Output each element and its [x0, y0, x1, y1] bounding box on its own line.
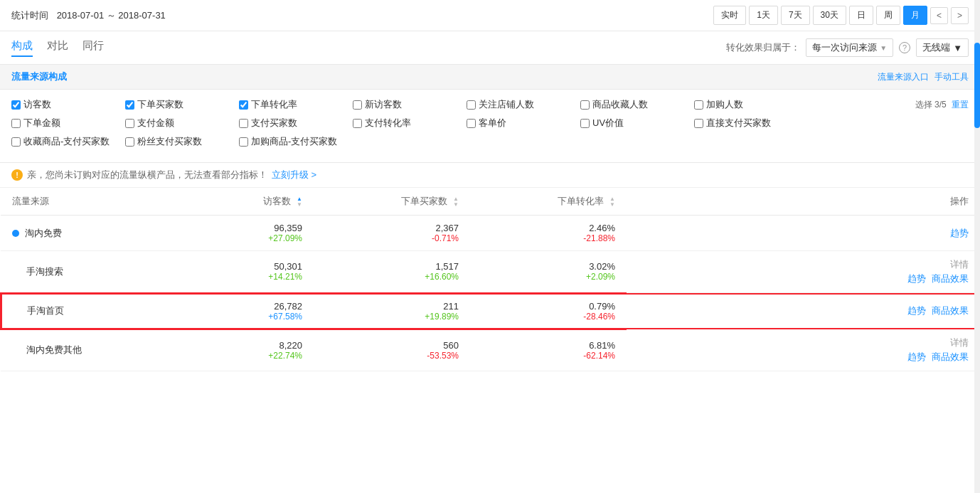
- source-text: 手淘首页: [27, 305, 64, 316]
- nav-prev-button[interactable]: <: [930, 7, 948, 24]
- tab-peer[interactable]: 同行: [82, 39, 104, 57]
- tab-composition[interactable]: 构成: [11, 39, 33, 57]
- metric-followers[interactable]: 关注店铺人数: [467, 98, 580, 111]
- metric-order-amount-checkbox[interactable]: [11, 119, 21, 128]
- btn-day[interactable]: 日: [849, 6, 873, 25]
- metric-visitors-checkbox[interactable]: [11, 100, 21, 110]
- metric-uv-value[interactable]: UV价值: [580, 117, 694, 129]
- metric-pay-rate[interactable]: 支付转化率: [353, 117, 467, 129]
- cell-buyers: 211 +19.89%: [314, 293, 470, 329]
- metric-new-visitors[interactable]: 新访客数: [353, 98, 467, 111]
- metric-fav-pay-checkbox[interactable]: [11, 137, 21, 147]
- source-dot-icon: [12, 230, 19, 237]
- metric-followers-label: 关注店铺人数: [479, 98, 534, 111]
- scrollbar-thumb[interactable]: [974, 43, 980, 128]
- metric-pay-amount[interactable]: 支付金额: [125, 117, 239, 129]
- metric-favorites-checkbox[interactable]: [580, 100, 590, 110]
- btn-week[interactable]: 周: [876, 6, 900, 25]
- cell-visitors: 50,301 +14.21%: [157, 251, 314, 293]
- upgrade-link[interactable]: 立刻升级 >: [272, 169, 316, 181]
- header-bar: 统计时间 2018-07-01 ～ 2018-07-31 实时 1天 7天 30…: [0, 0, 980, 31]
- metrics-row-1: 访客数 下单买家数 下单转化率 新访客数 关注店铺人数 商品收藏人数 加购人数 …: [11, 98, 969, 111]
- metric-add-pay[interactable]: 加购商品-支付买家数: [239, 135, 353, 148]
- sort-visitors-icon: ▲ ▼: [297, 196, 302, 208]
- visitors-main: 8,220: [279, 340, 302, 351]
- help-icon[interactable]: ?: [899, 42, 910, 53]
- cell-source: 手淘搜索: [1, 251, 157, 293]
- metric-pay-amount-checkbox[interactable]: [125, 119, 134, 128]
- btn-realtime[interactable]: 实时: [713, 6, 746, 25]
- rate-change: -21.88%: [583, 233, 615, 243]
- metric-buyers[interactable]: 下单买家数: [125, 98, 239, 111]
- header-right: 实时 1天 7天 30天 日 周 月 < >: [713, 6, 969, 25]
- metric-uv-value-checkbox[interactable]: [580, 119, 590, 128]
- visitors-change: +22.74%: [268, 351, 302, 361]
- metric-pay-rate-checkbox[interactable]: [353, 119, 362, 128]
- metric-unit-price-checkbox[interactable]: [467, 119, 476, 128]
- metric-direct-pay-checkbox[interactable]: [694, 119, 703, 128]
- metric-fav-pay-label: 收藏商品-支付买家数: [23, 135, 110, 148]
- metric-add-pay-checkbox[interactable]: [239, 137, 248, 147]
- warning-text: 亲，您尚未订购对应的流量纵横产品，无法查看部分指标！: [27, 169, 267, 181]
- tab-compare[interactable]: 对比: [47, 39, 68, 57]
- action-trend[interactable]: 趋势: [907, 272, 926, 285]
- metric-favorites[interactable]: 商品收藏人数: [580, 98, 694, 111]
- action-product-effect[interactable]: 商品效果: [932, 351, 969, 364]
- metric-fav-pay[interactable]: 收藏商品-支付买家数: [11, 135, 125, 148]
- right-scrollbar[interactable]: [974, 0, 980, 371]
- tabs: 构成 对比 同行: [11, 39, 104, 57]
- metric-buyers-checkbox[interactable]: [125, 100, 134, 110]
- rate-main: 2.46%: [589, 223, 615, 233]
- cell-buyers: 560 -53.53%: [314, 329, 470, 371]
- col-header-rate[interactable]: 下单转化率 ▲ ▼: [470, 188, 627, 216]
- metric-new-visitors-checkbox[interactable]: [353, 100, 362, 110]
- buyers-change: -0.71%: [432, 233, 459, 243]
- action-trend[interactable]: 趋势: [907, 351, 926, 364]
- action-product-effect[interactable]: 商品效果: [932, 272, 969, 285]
- col-header-visitors[interactable]: 访客数 ▲ ▼: [157, 188, 314, 216]
- device-select-text: 无线端: [922, 41, 950, 54]
- warning-bar: ! 亲，您尚未订购对应的流量纵横产品，无法查看部分指标！ 立刻升级 >: [0, 163, 980, 188]
- attribution-select[interactable]: 每一次访问来源 ▼: [806, 38, 893, 57]
- btn-30days[interactable]: 30天: [813, 6, 846, 25]
- metric-order-amount[interactable]: 下单金额: [11, 117, 125, 129]
- metric-unit-price[interactable]: 客单价: [467, 117, 580, 129]
- action-product-effect[interactable]: 商品效果: [932, 304, 969, 317]
- metric-add-cart-checkbox[interactable]: [694, 100, 703, 110]
- metric-fans-pay[interactable]: 粉丝支付买家数: [125, 135, 239, 148]
- chevron-down-icon: ▼: [880, 44, 887, 52]
- action-trend[interactable]: 趋势: [907, 304, 926, 317]
- sort-buyers-icon: ▲ ▼: [453, 196, 459, 208]
- cell-source: 手淘首页: [1, 293, 157, 329]
- action-trend[interactable]: 趋势: [950, 227, 969, 240]
- section-title-link[interactable]: 流量来源入口: [878, 71, 929, 83]
- rate-main: 6.81%: [589, 340, 615, 351]
- buyers-main: 1,517: [435, 261, 459, 272]
- col-header-buyers[interactable]: 下单买家数 ▲ ▼: [314, 188, 470, 216]
- visitors-change: +27.09%: [268, 233, 302, 243]
- action-links-row: 趋势 商品效果: [907, 351, 969, 364]
- cell-actions: 趋势 商品效果: [627, 293, 980, 329]
- device-select[interactable]: 无线端 ▼: [916, 38, 969, 57]
- metric-followers-checkbox[interactable]: [467, 100, 476, 110]
- cell-num: 50,301 +14.21%: [169, 261, 302, 282]
- metric-conversion[interactable]: 下单转化率: [239, 98, 353, 111]
- metric-conversion-checkbox[interactable]: [239, 100, 248, 110]
- metric-fans-pay-checkbox[interactable]: [125, 137, 134, 147]
- metric-direct-pay[interactable]: 直接支付买家数: [694, 117, 808, 129]
- metric-add-cart[interactable]: 加购人数: [694, 98, 808, 111]
- metric-visitors-label: 访客数: [23, 98, 51, 111]
- btn-1day[interactable]: 1天: [749, 6, 778, 25]
- cell-num: 26,782 +67.58%: [169, 301, 302, 322]
- cell-visitors: 96,359 +27.09%: [157, 216, 314, 251]
- btn-month[interactable]: 月: [903, 6, 927, 25]
- metric-pay-buyers-checkbox[interactable]: [239, 119, 248, 128]
- section-title-bar: 流量来源构成 流量来源入口 手动工具: [0, 65, 980, 90]
- metrics-reset-link[interactable]: 重置: [952, 100, 969, 110]
- attribution-label: 转化效果归属于：: [726, 41, 800, 54]
- btn-7days[interactable]: 7天: [781, 6, 810, 25]
- metric-pay-buyers[interactable]: 支付买家数: [239, 117, 353, 129]
- action-links: 详情 趋势 商品效果: [638, 336, 969, 364]
- nav-next-button[interactable]: >: [951, 7, 969, 24]
- metric-visitors[interactable]: 访客数: [11, 98, 125, 111]
